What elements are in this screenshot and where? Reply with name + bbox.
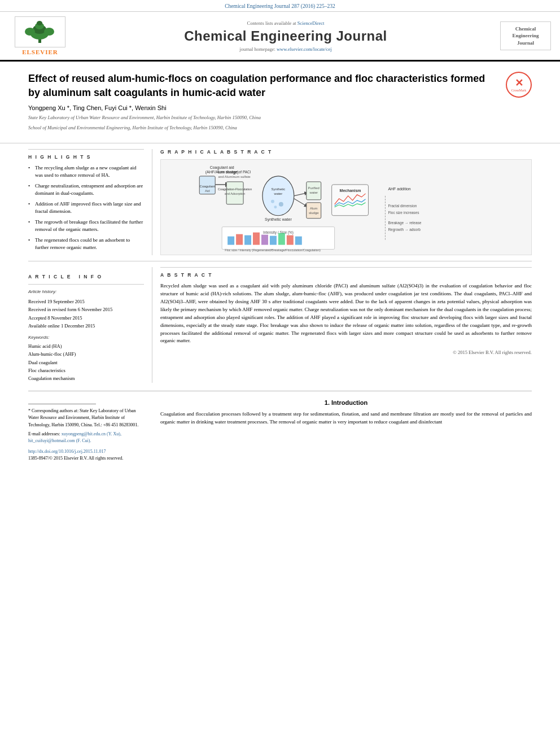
svg-text:Coagulation-Flocculation: Coagulation-Flocculation — [218, 187, 252, 191]
svg-rect-39 — [244, 235, 251, 245]
doi-link[interactable]: http://dx.doi.org/10.1016/j.cej.2015.11.… — [28, 449, 106, 454]
graphical-abstract: G R A P H I C A L A B S T R A C T Coagul… — [160, 149, 532, 255]
keywords-label: Keywords: — [28, 335, 144, 340]
svg-text:Alum: Alum — [310, 207, 318, 210]
svg-point-18 — [262, 176, 294, 216]
highlights-heading: H I G H L I G H T S — [28, 154, 144, 160]
crossmark-badge: ✕ CrossMark — [506, 72, 532, 98]
svg-line-24 — [294, 193, 307, 196]
highlight-item-5: The regenerated flocs could be an adsorb… — [28, 237, 144, 251]
svg-text:Coagulant aid: Coagulant aid — [210, 165, 234, 170]
abstract-heading: A B S T R A C T — [160, 272, 532, 278]
abstract-text: Recycled alum sludge was used as a coagu… — [160, 282, 532, 346]
abstract-copyright: © 2015 Elsevier B.V. All rights reserved… — [160, 350, 532, 355]
svg-text:Breakage → release: Breakage → release — [388, 221, 422, 225]
svg-point-4 — [37, 21, 42, 25]
article-main-title: Effect of reused alum-humic-flocs on coa… — [28, 72, 532, 100]
page-wrapper: Chemical Engineering Journal 287 (2016) … — [0, 0, 560, 747]
svg-rect-44 — [287, 235, 294, 245]
top-citation-bar: Chemical Engineering Journal 287 (2016) … — [0, 0, 560, 12]
accepted-date: Accepted 8 November 2015 — [28, 314, 144, 322]
svg-text:Regrowth → adsorb: Regrowth → adsorb — [388, 228, 421, 232]
keyword-4: Floc characteristics — [28, 366, 144, 374]
svg-text:and Adsorption: and Adsorption — [225, 192, 246, 195]
journal-citation: Chemical Engineering Journal 287 (2016) … — [225, 3, 335, 9]
sciencedirect-link[interactable]: ScienceDirect — [298, 20, 325, 26]
keywords-section: Keywords: Humic acid (HA) Alum-humic-flo… — [28, 335, 144, 383]
intro-col-right: 1. Introduction Coagulation and floccula… — [152, 399, 532, 462]
highlights-section: H I G H L I G H T S The recycling alum s… — [28, 149, 144, 251]
journal-header-left: ELSEVIER — [9, 16, 71, 55]
svg-text:Synthetic water: Synthetic water — [265, 217, 292, 222]
crossmark-label: CrossMark — [511, 89, 527, 92]
elsevier-logo: ELSEVIER — [9, 16, 71, 55]
svg-rect-42 — [270, 236, 277, 245]
svg-text:Aid: Aid — [205, 189, 210, 193]
svg-point-21 — [271, 200, 274, 203]
article-info-column: A R T I C L E I N F O Article history: R… — [28, 267, 152, 383]
article-history-label: Article history: — [28, 289, 144, 294]
received-date: Received 19 September 2015 — [28, 298, 144, 305]
highlights-list: The recycling alum sludge as a new coagu… — [28, 164, 144, 251]
footnotes-section: * Corresponding authors at: State Key La… — [28, 404, 145, 462]
elsevier-tree-svg — [18, 20, 63, 44]
svg-rect-43 — [278, 233, 285, 245]
science-direct-text: Contents lists available at ScienceDirec… — [71, 20, 500, 26]
svg-text:Floc size increases: Floc size increases — [388, 211, 419, 215]
keywords-list: Humic acid (HA) Alum-humic-floc (AHF) Du… — [28, 342, 144, 383]
section-divider-1 — [0, 143, 560, 143]
svg-rect-45 — [295, 237, 302, 245]
svg-text:Mechanism: Mechanism — [340, 189, 361, 193]
svg-rect-41 — [261, 235, 268, 245]
intro-heading: 1. Introduction — [160, 399, 532, 406]
abstract-column: A B S T R A C T Recycled alum sludge was… — [152, 267, 532, 383]
keyword-5: Coagulation mechanism — [28, 374, 144, 382]
svg-text:Synthetic: Synthetic — [272, 187, 286, 191]
svg-point-6 — [44, 28, 54, 36]
highlight-item-4: The regrowth of breakage flocs facilitat… — [28, 219, 144, 233]
introduction-section: * Corresponding authors at: State Key La… — [0, 399, 560, 462]
keyword-2: Alum-humic-floc (AHF) — [28, 350, 144, 358]
email-label: E-mail addresses: — [28, 431, 60, 436]
svg-text:Coagulant: Coagulant — [200, 185, 216, 188]
journal-right-title: Chemical Engineering Journal — [500, 21, 551, 51]
graphical-abstract-column: G R A P H I C A L A B S T R A C T Coagul… — [152, 149, 532, 255]
graphical-abstract-heading: G R A P H I C A L A B S T R A C T — [160, 149, 532, 155]
doi-section: http://dx.doi.org/10.1016/j.cej.2015.11.… — [28, 448, 145, 455]
svg-line-28 — [294, 199, 307, 206]
svg-text:Low dosage of PACl: Low dosage of PACl — [218, 170, 251, 174]
intro-text: Coagulation and flocculation processes f… — [160, 410, 532, 426]
svg-text:AHF addition: AHF addition — [388, 187, 411, 191]
journal-homepage: journal homepage: www.elsevier.com/locat… — [71, 46, 500, 52]
graphical-abstract-image: Coagulant aid (AHF/Alum sludge) Coagulan… — [160, 159, 532, 255]
svg-text:Floc size / Intensity (Regener: Floc size / Intensity (Regenerated/Break… — [225, 248, 321, 252]
elsevier-logo-img — [15, 16, 65, 47]
section-divider-3 — [28, 391, 532, 391]
available-date: Available online 1 December 2015 — [28, 322, 144, 330]
article-title-section: Effect of reused alum-humic-flocs on coa… — [0, 62, 560, 137]
article-affiliation-1: State Key Laboratory of Urban Water Reso… — [28, 114, 532, 121]
highlight-item-3: Addition of AHF improved flocs with larg… — [28, 200, 144, 215]
homepage-url[interactable]: www.elsevier.com/locate/cej — [277, 46, 332, 52]
email-section: E-mail addresses: xuyongpeng@hit.edu.cn … — [28, 431, 145, 445]
issn-text: 1385-8947/© 2015 Elsevier B.V. All right… — [28, 455, 145, 462]
article-authors: Yongpeng Xu *, Ting Chen, Fuyi Cui *, We… — [28, 104, 532, 111]
journal-title-main: Chemical Engineering Journal — [71, 28, 500, 44]
svg-text:Purified: Purified — [308, 186, 320, 190]
article-info-inner: Article history: Received 19 September 2… — [28, 284, 144, 330]
received-revised-date: Received in revised form 6 November 2015 — [28, 305, 144, 313]
elsevier-text: ELSEVIER — [22, 49, 58, 55]
article-info-heading: A R T I C L E I N F O — [28, 274, 144, 279]
svg-rect-37 — [228, 237, 235, 245]
highlight-item-2: Charge neutralization, entrapment and ad… — [28, 182, 144, 197]
journal-header-center: Contents lists available at ScienceDirec… — [71, 20, 500, 52]
highlights-graphical-layout: H I G H L I G H T S The recycling alum s… — [0, 149, 560, 255]
keyword-3: Dual coagulant — [28, 359, 144, 366]
article-info-abstract-layout: A R T I C L E I N F O Article history: R… — [0, 267, 560, 383]
article-dates: Received 19 September 2015 Received in r… — [28, 298, 144, 330]
section-divider-2 — [28, 261, 532, 261]
svg-text:and Aluminum sulfate: and Aluminum sulfate — [218, 175, 251, 178]
keyword-1: Humic acid (HA) — [28, 342, 144, 350]
svg-point-23 — [274, 206, 277, 208]
svg-rect-40 — [253, 233, 260, 245]
